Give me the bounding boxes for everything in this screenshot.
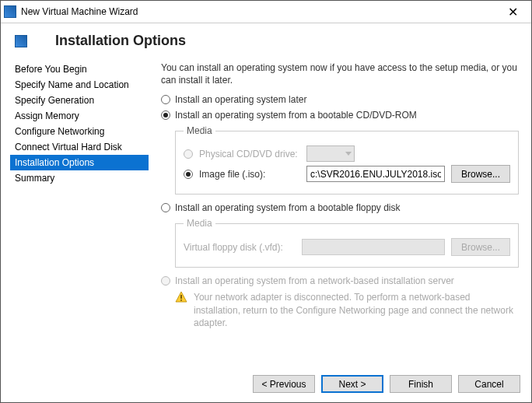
physical-drive-label: Physical CD/DVD drive: xyxy=(199,149,300,159)
finish-button[interactable]: Finish xyxy=(390,375,452,393)
page-header: Installation Options xyxy=(1,23,531,57)
iso-row: Image file (.iso): Browse... xyxy=(184,165,510,183)
option-label: Install an operating system from a netwo… xyxy=(175,275,454,286)
radio-icon xyxy=(161,110,170,120)
radio-icon[interactable] xyxy=(184,170,193,179)
radio-icon xyxy=(184,149,193,159)
radio-icon xyxy=(161,203,170,212)
browse-vfd-button: Browse... xyxy=(451,238,510,256)
physical-drive-row: Physical CD/DVD drive: xyxy=(184,145,510,162)
cd-media-group: Media Physical CD/DVD drive: Image file … xyxy=(175,125,519,194)
floppy-media-group: Media Virtual floppy disk (.vfd): Browse… xyxy=(175,218,519,268)
step-installation-options[interactable]: Installation Options xyxy=(10,155,149,170)
radio-icon xyxy=(161,276,170,286)
group-legend: Media xyxy=(184,218,215,229)
svg-rect-1 xyxy=(180,300,182,301)
page-title: Installation Options xyxy=(55,33,186,49)
chevron-down-icon xyxy=(345,152,352,156)
group-legend: Media xyxy=(184,125,215,136)
option-label: Install an operating system from a boota… xyxy=(175,202,401,213)
step-summary[interactable]: Summary xyxy=(10,170,149,186)
close-icon[interactable]: ✕ xyxy=(497,5,528,19)
option-install-later[interactable]: Install an operating system later xyxy=(161,94,519,105)
vfd-path-input xyxy=(302,239,445,255)
option-label: Install an operating system from a boota… xyxy=(175,110,417,121)
step-assign-memory[interactable]: Assign Memory xyxy=(10,108,149,124)
intro-text: You can install an operating system now … xyxy=(161,61,519,86)
wizard-steps-sidebar: Before You Begin Specify Name and Locati… xyxy=(10,57,149,329)
option-install-cd[interactable]: Install an operating system from a boota… xyxy=(161,110,519,121)
option-install-network: Install an operating system from a netwo… xyxy=(161,275,519,286)
titlebar: New Virtual Machine Wizard ✕ xyxy=(1,1,531,23)
iso-path-input[interactable] xyxy=(306,166,445,182)
window-title: New Virtual Machine Wizard xyxy=(21,6,497,17)
option-install-floppy[interactable]: Install an operating system from a boota… xyxy=(161,202,519,213)
network-warning: Your network adapter is disconnected. To… xyxy=(175,291,519,329)
warning-icon xyxy=(175,291,187,303)
step-specify-name[interactable]: Specify Name and Location xyxy=(10,77,149,93)
content-pane: You can install an operating system now … xyxy=(149,57,531,329)
network-warning-text: Your network adapter is disconnected. To… xyxy=(194,291,519,329)
step-configure-networking[interactable]: Configure Networking xyxy=(10,124,149,139)
vfd-row: Virtual floppy disk (.vfd): Browse... xyxy=(184,238,510,256)
wizard-footer: < Previous Next > Finish Cancel xyxy=(253,375,520,393)
iso-label: Image file (.iso): xyxy=(199,169,300,180)
previous-button[interactable]: < Previous xyxy=(253,375,315,393)
browse-iso-button[interactable]: Browse... xyxy=(451,165,510,183)
step-specify-generation[interactable]: Specify Generation xyxy=(10,93,149,108)
wizard-icon xyxy=(15,35,27,47)
next-button[interactable]: Next > xyxy=(321,375,383,393)
option-label: Install an operating system later xyxy=(175,94,306,105)
cancel-button[interactable]: Cancel xyxy=(458,375,520,393)
svg-rect-0 xyxy=(180,295,182,299)
step-connect-vhd[interactable]: Connect Virtual Hard Disk xyxy=(10,139,149,155)
vfd-label: Virtual floppy disk (.vfd): xyxy=(184,242,296,253)
radio-icon xyxy=(161,95,170,104)
physical-drive-combo xyxy=(306,145,355,162)
app-icon xyxy=(4,5,16,18)
step-before-you-begin[interactable]: Before You Begin xyxy=(10,61,149,77)
